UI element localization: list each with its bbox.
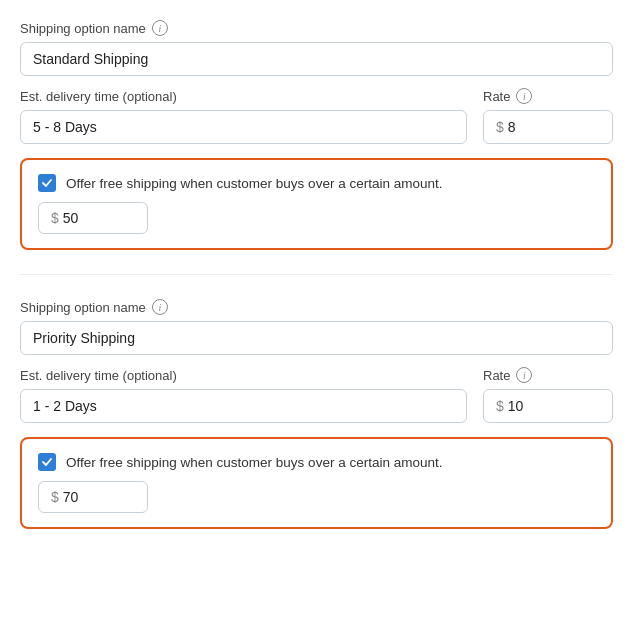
- free-shipping-label-standard: Offer free shipping when customer buys o…: [66, 176, 442, 191]
- amount-prefix-standard: $: [51, 210, 59, 226]
- rate-prefix-priority: $: [496, 398, 504, 414]
- section-divider: [20, 274, 613, 275]
- name-info-icon-priority[interactable]: i: [152, 299, 168, 315]
- free-shipping-label-priority: Offer free shipping when customer buys o…: [66, 455, 442, 470]
- delivery-label-priority: Est. delivery time (optional): [20, 368, 467, 383]
- shipping-option-priority: Shipping option name i Est. delivery tim…: [20, 299, 613, 529]
- free-shipping-header-priority: Offer free shipping when customer buys o…: [38, 453, 595, 471]
- name-label-standard: Shipping option name i: [20, 20, 613, 36]
- free-shipping-checkbox-standard[interactable]: [38, 174, 56, 192]
- name-label-priority: Shipping option name i: [20, 299, 613, 315]
- delivery-input-priority[interactable]: [20, 389, 467, 423]
- free-shipping-header-standard: Offer free shipping when customer buys o…: [38, 174, 595, 192]
- rate-info-icon-standard[interactable]: i: [516, 88, 532, 104]
- free-shipping-amount-input-standard[interactable]: [63, 203, 135, 233]
- rate-input-priority[interactable]: [508, 390, 600, 422]
- free-shipping-amount-input-priority[interactable]: [63, 482, 135, 512]
- rate-prefix-standard: $: [496, 119, 504, 135]
- name-input-priority[interactable]: [20, 321, 613, 355]
- free-shipping-box-standard: Offer free shipping when customer buys o…: [20, 158, 613, 250]
- shipping-option-standard: Shipping option name i Est. delivery tim…: [20, 20, 613, 250]
- free-shipping-checkbox-priority[interactable]: [38, 453, 56, 471]
- rate-input-standard[interactable]: [508, 111, 600, 143]
- rate-label-standard: Rate i: [483, 88, 613, 104]
- name-input-standard[interactable]: [20, 42, 613, 76]
- rate-input-wrapper-priority: $: [483, 389, 613, 423]
- free-shipping-amount-wrapper-priority: $: [38, 481, 148, 513]
- delivery-label-standard: Est. delivery time (optional): [20, 89, 467, 104]
- free-shipping-box-priority: Offer free shipping when customer buys o…: [20, 437, 613, 529]
- rate-info-icon-priority[interactable]: i: [516, 367, 532, 383]
- free-shipping-amount-wrapper-standard: $: [38, 202, 148, 234]
- rate-label-priority: Rate i: [483, 367, 613, 383]
- amount-prefix-priority: $: [51, 489, 59, 505]
- delivery-input-standard[interactable]: [20, 110, 467, 144]
- rate-input-wrapper-standard: $: [483, 110, 613, 144]
- name-info-icon-standard[interactable]: i: [152, 20, 168, 36]
